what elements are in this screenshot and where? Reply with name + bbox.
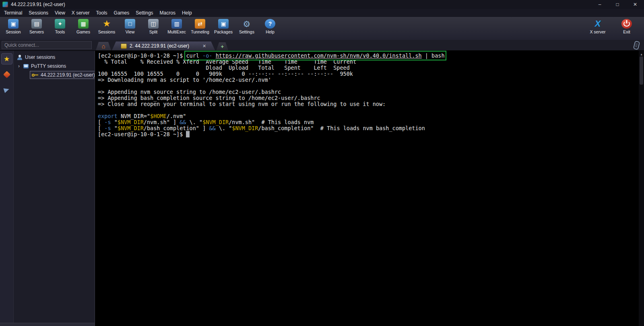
toolbar-help-button[interactable]: ?Help xyxy=(258,18,282,34)
active-tab-label: 2. 44.222.219.91 (ec2-user) xyxy=(130,43,189,49)
toolbar: ▣Session▤Servers✦Tools▦Games★Sessions□Vi… xyxy=(0,17,644,40)
menu-tools[interactable]: Tools xyxy=(93,9,111,17)
terminal-text: -s xyxy=(104,119,111,125)
home-tab[interactable]: ⌂ xyxy=(96,42,111,50)
terminal-text: $HOME xyxy=(150,113,167,119)
mobaxterm-window: 44.222.219.91 (ec2-user) – □ ✕ Terminal … xyxy=(0,0,644,326)
scrollbar-thumb[interactable] xyxy=(640,56,643,85)
terminal-line xyxy=(98,107,637,113)
minimize-button[interactable]: – xyxy=(591,0,609,9)
toolbar-xserver-button[interactable]: XX server xyxy=(586,18,609,34)
window-controls: – □ ✕ xyxy=(591,0,644,9)
menu-sessions[interactable]: Sessions xyxy=(25,9,52,17)
terminal-text xyxy=(212,52,215,59)
multiexec-icon: ▥ xyxy=(171,19,182,29)
toolbar-tunneling-button[interactable]: ⇄Tunneling xyxy=(188,18,212,34)
window-title: 44.222.219.91 (ec2-user) xyxy=(11,2,591,7)
expander-icon[interactable]: › xyxy=(17,63,21,69)
toolbar-servers-button[interactable]: ▤Servers xyxy=(25,18,48,34)
session-icon: ▣ xyxy=(8,19,19,29)
macros-panel-button[interactable] xyxy=(2,85,12,95)
toolbar-session-button[interactable]: ▣Session xyxy=(2,18,25,34)
tree-label: 44.222.219.91 (ec2-user) xyxy=(41,72,95,78)
terminal-line xyxy=(98,83,637,89)
terminal-text: $NVM_DIR xyxy=(232,125,258,131)
toolbar-label: Exit xyxy=(623,29,630,34)
toolbar-view-button[interactable]: □View xyxy=(118,18,142,34)
terminal-line: [ -s "$NVM_DIR/bash_completion" ] && \. … xyxy=(98,125,637,131)
sessions-panel-button[interactable]: ★ xyxy=(1,53,12,64)
terminal-line: 100 16555 100 16555 0 0 909k 0 --:--:-- … xyxy=(98,71,637,77)
terminal-text: \. " xyxy=(216,125,232,131)
quick-connect-input[interactable] xyxy=(2,41,92,49)
tree-item-user-sessions[interactable]: User sessions xyxy=(14,53,95,62)
terminal[interactable]: [ec2-user@ip-10-0-1-28 ~]$ curl -o- http… xyxy=(95,51,644,326)
terminal-url[interactable]: https://raw.githubusercontent.com/nvm-sh… xyxy=(216,52,422,59)
terminal-text: export xyxy=(98,113,118,119)
toolbar-settings-button[interactable]: ⚙Settings xyxy=(235,18,258,34)
toolbar-sessions-button[interactable]: ★Sessions xyxy=(95,18,118,34)
terminal-text: " xyxy=(111,125,118,131)
title-bar: 44.222.219.91 (ec2-user) – □ ✕ xyxy=(0,0,644,9)
terminal-text: " xyxy=(111,119,118,125)
split-icon: ◫ xyxy=(148,19,159,29)
app-logo-icon xyxy=(2,2,8,7)
sessions-tree: User sessions › PuTTY sessions 44.222.21… xyxy=(14,51,95,323)
terminal-text: /nvm.sh" # This loads nvm xyxy=(229,119,314,125)
tree-item-session-44-222-219-91[interactable]: 44.222.219.91 (ec2-user) xyxy=(14,71,95,79)
selected-session-box[interactable]: 44.222.219.91 (ec2-user) xyxy=(30,71,95,79)
menu-macros[interactable]: Macros xyxy=(157,9,179,17)
terminal-text: % Total % Received % Xferd Average Speed… xyxy=(98,58,356,65)
sftp-panel-button[interactable] xyxy=(2,69,12,80)
active-session-tab[interactable]: 2. 44.222.219.91 (ec2-user) ✕ xyxy=(112,42,215,50)
terminal-cursor xyxy=(186,131,189,137)
menu-terminal[interactable]: Terminal xyxy=(1,9,25,17)
maximize-button[interactable]: □ xyxy=(609,0,626,9)
terminal-text: $NVM_DIR xyxy=(202,119,229,125)
menu-games[interactable]: Games xyxy=(111,9,133,17)
close-button[interactable]: ✕ xyxy=(626,0,644,9)
terminal-text: -o- xyxy=(202,52,212,59)
home-icon: ⌂ xyxy=(101,43,105,49)
tree-label: User sessions xyxy=(25,54,55,60)
terminal-line: [ -s "$NVM_DIR/nvm.sh" ] && \. "$NVM_DIR… xyxy=(98,119,637,125)
terminal-text: \. " xyxy=(186,119,203,125)
sidebar-body: ★ User sessions › xyxy=(0,51,95,323)
toolbar-tools-button[interactable]: ✦Tools xyxy=(48,18,72,34)
key-icon xyxy=(32,73,38,77)
terminal-line: => Downloading nvm as script to '/home/e… xyxy=(98,77,637,83)
tree-item-putty-sessions[interactable]: › PuTTY sessions xyxy=(14,62,95,71)
toolbar-label: View xyxy=(126,29,135,34)
settings-icon: ⚙ xyxy=(242,19,252,29)
menu-xserver[interactable]: X server xyxy=(68,9,93,17)
terminal-text: Dload Upload Total Spent Left Speed xyxy=(98,64,350,71)
paperclip-icon[interactable] xyxy=(633,40,640,50)
terminal-line: => Appending bash_completion source stri… xyxy=(98,95,637,101)
toolbar-packages-button[interactable]: ▣Packages xyxy=(212,18,235,34)
terminal-line: => Appending nvm source string to /home/… xyxy=(98,89,637,95)
terminal-scrollbar[interactable]: ▲ xyxy=(639,51,644,326)
terminal-line: export NVM_DIR="$HOME/.nvm" xyxy=(98,113,637,119)
toolbar-exit-button[interactable]: Exit xyxy=(615,18,638,34)
toolbar-label: Packages xyxy=(214,29,233,34)
menu-help[interactable]: Help xyxy=(179,9,195,17)
toolbar-split-button[interactable]: ◫Split xyxy=(142,18,165,34)
terminal-text: [ xyxy=(98,125,104,131)
menu-view[interactable]: View xyxy=(52,9,68,17)
menu-settings[interactable]: Settings xyxy=(132,9,156,17)
terminal-text: => Close and reopen your terminal to sta… xyxy=(98,101,386,107)
new-tab-button[interactable]: + xyxy=(216,42,228,50)
toolbar-games-button[interactable]: ▦Games xyxy=(72,18,95,34)
sidebar-footer-handle[interactable] xyxy=(0,323,95,326)
servers-icon: ▤ xyxy=(31,19,42,29)
tab-close-icon[interactable]: ✕ xyxy=(202,44,206,49)
toolbar-multiexec-button[interactable]: ▥MultiExec xyxy=(165,18,188,34)
terminal-text: /nvm.sh" ] xyxy=(144,119,180,125)
xserver-icon: X xyxy=(592,19,603,29)
toolbar-label: Servers xyxy=(29,29,44,34)
toolbar-label: X server xyxy=(590,29,605,34)
toolbar-label: MultiExec xyxy=(167,29,186,34)
toolbar-label: Split xyxy=(149,29,157,34)
sidebar-icon-strip: ★ xyxy=(0,51,14,323)
terminal-text: [ec2-user@ip-10-0-1-28 ~]$ xyxy=(98,131,186,137)
